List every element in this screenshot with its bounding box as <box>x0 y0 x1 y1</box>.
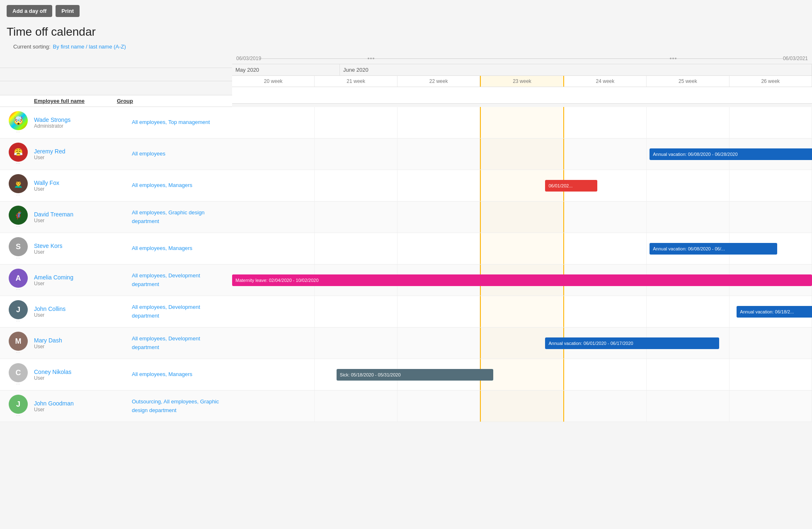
employee-name[interactable]: Coney Nikolas <box>34 369 128 375</box>
employee-name[interactable]: Mary Dash <box>34 337 128 344</box>
vacation-bar[interactable]: Annual vacation: 06/18/2... <box>737 306 812 318</box>
grid-col-25 <box>647 296 729 327</box>
employee-groups[interactable]: All employees, Managers <box>132 241 225 256</box>
avatar: 🦸 <box>9 206 28 225</box>
range-start: 06/03/2019 <box>236 56 261 61</box>
avatar: 👨‍🦱 <box>9 174 28 193</box>
employee-row: J ··· John Goodman User Outsourcing, All… <box>0 391 812 422</box>
vacation-bar[interactable]: Annual vacation: 06/01/2020 - 06/17/2020 <box>545 337 719 349</box>
grid-col-21 <box>315 138 397 170</box>
employee-info: J ··· John Collins User All employees, D… <box>0 296 232 327</box>
employee-name[interactable]: Jeremy Red <box>34 148 128 155</box>
grid-col-26 <box>730 170 812 201</box>
employee-groups[interactable]: All employees, Managers <box>132 178 225 193</box>
grid-col-23 <box>480 233 564 264</box>
grid-col-20 <box>232 328 315 359</box>
dot4 <box>670 58 671 59</box>
employee-row: C ··· Coney Nikolas User All employees, … <box>0 359 812 391</box>
employee-row: 😤 ··· Jeremy Red User All employees Annu… <box>0 138 812 170</box>
grid-col-22 <box>398 170 480 201</box>
grid-col-24 <box>564 201 647 233</box>
col-name-header: Employee full name <box>34 98 117 104</box>
avatar-dots: ··· <box>16 414 21 417</box>
sorting-value[interactable]: By first name / last name (A-Z) <box>53 44 126 50</box>
employee-info: C ··· Coney Nikolas User All employees, … <box>0 359 232 390</box>
employee-meta: Jeremy Red User <box>34 148 128 160</box>
grid-col-23 <box>480 391 564 422</box>
avatar: J <box>9 300 28 319</box>
week-26: 26 week <box>730 76 812 87</box>
add-day-off-button[interactable]: Add a day off <box>7 5 52 17</box>
employee-name[interactable]: David Treeman <box>34 211 128 218</box>
employee-role: User <box>34 407 128 413</box>
grid-col-21 <box>315 170 397 201</box>
vacation-bar[interactable]: Annual vacation: 06/08/2020 - 06/... <box>650 243 777 255</box>
grid-col-22 <box>398 201 480 233</box>
employee-groups[interactable]: All employees, Development department <box>132 268 225 292</box>
avatar: C <box>9 363 28 382</box>
grid-col-20 <box>232 170 315 201</box>
months-row: May 2020 June 2020 <box>232 64 812 76</box>
week-20: 20 week <box>232 76 315 87</box>
grid-col-22 <box>398 107 480 138</box>
avatar-dots: ··· <box>16 382 21 386</box>
timeline-grid <box>232 359 812 390</box>
employee-meta: John Collins User <box>34 306 128 318</box>
range-line <box>261 58 783 59</box>
timeline-cell: Sick: 05/18/2020 - 05/31/2020 <box>232 359 812 390</box>
grid-col-21 <box>315 328 397 359</box>
grid-col-24 <box>564 107 647 138</box>
employee-groups[interactable]: All employees, Managers <box>132 367 225 382</box>
employee-role: User <box>34 281 128 286</box>
avatar-dots: ··· <box>16 319 21 323</box>
employee-info: S ··· Steve Kors User All employees, Man… <box>0 233 232 264</box>
grid-col-24 <box>564 391 647 422</box>
timeline-cell: Annual vacation: 06/08/2020 - 06/28/2020 <box>232 138 812 170</box>
timeline-grid <box>232 296 812 327</box>
employee-name[interactable]: Wade Strongs <box>34 116 128 123</box>
timeline-grid <box>232 328 812 359</box>
employee-groups[interactable]: All employees, Top management <box>132 115 225 130</box>
employee-name[interactable]: John Collins <box>34 306 128 312</box>
vacation-bar[interactable]: Sick: 05/18/2020 - 05/31/2020 <box>337 369 493 381</box>
employee-row: M ··· Mary Dash User All employees, Deve… <box>0 328 812 359</box>
timeline-cell: Annual vacation: 06/01/2020 - 06/17/2020 <box>232 328 812 359</box>
employee-groups[interactable]: All employees, Graphic design department <box>132 205 225 229</box>
timeline-cell: 06/01/202... <box>232 170 812 201</box>
week-24: 24 week <box>564 76 647 87</box>
employee-groups[interactable]: All employees, Development department <box>132 331 225 355</box>
grid-col-22 <box>398 296 480 327</box>
employee-meta: Amelia Coming User <box>34 274 128 286</box>
employee-groups[interactable]: All employees <box>132 146 225 162</box>
employee-row: A ··· Amelia Coming User All employees, … <box>0 264 812 296</box>
grid-col-26 <box>730 359 812 390</box>
avatar: M <box>9 332 28 351</box>
employee-name[interactable]: Wally Fox <box>34 180 128 186</box>
week-22: 22 week <box>398 76 480 87</box>
vacation-bar[interactable]: 06/01/202... <box>545 180 597 192</box>
vacation-bar[interactable]: Maternity leave: 02/04/2020 - 10/02/2020 <box>232 274 812 286</box>
employee-name[interactable]: John Goodman <box>34 400 128 407</box>
employee-row: S ··· Steve Kors User All employees, Man… <box>0 233 812 264</box>
timeline-cell <box>232 391 812 422</box>
employee-list: 🤯 ··· Wade Strongs Administrator All emp… <box>0 107 812 422</box>
avatar-dots: ··· <box>16 351 21 354</box>
week-23: 23 week <box>480 76 564 87</box>
employee-groups[interactable]: Outsourcing, All employees, Graphic desi… <box>132 394 225 418</box>
vacation-bar[interactable]: Annual vacation: 06/08/2020 - 06/28/2020 <box>650 148 812 160</box>
employee-name[interactable]: Amelia Coming <box>34 274 128 281</box>
avatar-dots: ··· <box>16 162 21 165</box>
grid-col-23 <box>480 107 564 138</box>
range-end: 06/03/2021 <box>783 56 808 61</box>
grid-col-20 <box>232 296 315 327</box>
print-button[interactable]: Print <box>56 5 80 17</box>
main-layout: Employee full name Group 06/03/2019 <box>0 53 812 107</box>
grid-col-26 <box>730 201 812 233</box>
grid-col-20 <box>232 107 315 138</box>
employee-role: User <box>34 344 128 349</box>
employee-name[interactable]: Steve Kors <box>34 243 128 249</box>
grid-col-26 <box>730 328 812 359</box>
employee-role: User <box>34 375 128 381</box>
employee-groups[interactable]: All employees, Development department <box>132 300 225 324</box>
column-headers: Employee full name Group <box>0 95 232 107</box>
